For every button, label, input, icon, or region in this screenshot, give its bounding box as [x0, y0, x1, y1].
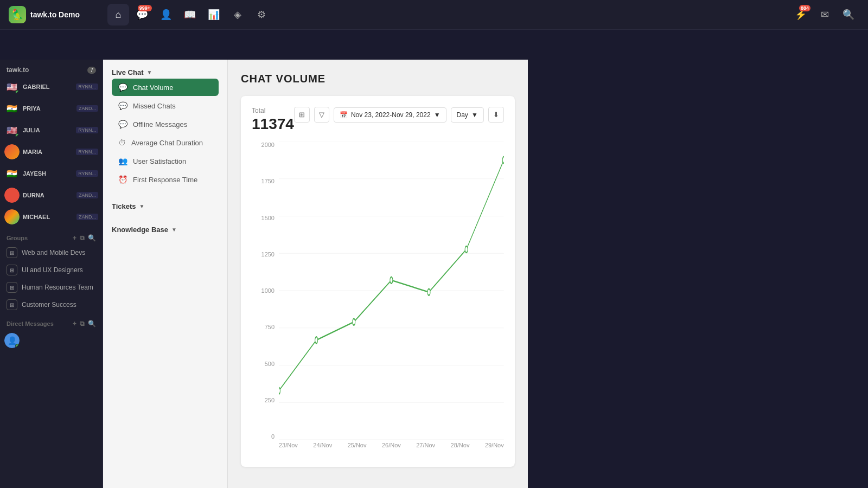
analytics-nav-icon[interactable]: 📊	[203, 4, 225, 25]
dm-user[interactable]: 👤	[0, 330, 103, 351]
group-icon: ⊞	[7, 265, 17, 275]
dot-29nov	[502, 157, 503, 163]
middle-nav: Live Chat ▼ 💬 Chat Volume 💬 Missed Chats…	[103, 60, 228, 488]
contact-priya[interactable]: 🇮🇳 PRIYA ZAND...	[0, 98, 103, 119]
contacts-nav-icon[interactable]: 👤	[155, 4, 177, 25]
group-web-mobile[interactable]: ⊞ Web and Mobile Devs	[0, 244, 103, 261]
nav-user-satisfaction[interactable]: 👥 User Satisfaction	[112, 152, 219, 170]
contact-julia[interactable]: 🇺🇸 JULIA RYNN...	[0, 119, 103, 141]
dm-avatar: 👤	[4, 333, 20, 348]
tickets-title[interactable]: Tickets ▼	[112, 202, 219, 210]
group-icon: ⊞	[7, 282, 17, 293]
tickets-chevron-icon: ▼	[139, 203, 145, 209]
sidebar-title: tawk.to	[7, 66, 29, 74]
contact-durna[interactable]: DURNA ZAND...	[0, 184, 103, 206]
date-chevron-icon: ▼	[434, 111, 441, 119]
contact-michael[interactable]: MICHAEL ZAND...	[0, 206, 103, 228]
grid-view-button[interactable]: ⊞	[294, 107, 310, 123]
app-name: tawk.to Demo	[30, 10, 80, 19]
dot-27nov	[427, 289, 430, 296]
avatar-gabriel: 🇺🇸	[4, 79, 20, 94]
chart-controls: ⊞ ▽ 📅 Nov 23, 2022-Nov 29, 2022 ▼ Day ▼ …	[294, 107, 504, 123]
message-icon[interactable]: ✉	[814, 4, 835, 25]
nav-first-response[interactable]: ⏰ First Response Time	[112, 171, 219, 188]
live-chat-title[interactable]: Live Chat ▼	[112, 68, 219, 76]
chat-volume-icon: 💬	[118, 83, 127, 92]
chart-header: Total 11374 ⊞ ▽ 📅 Nov 23, 2022-Nov 29, 2…	[252, 107, 504, 133]
topbar-nav: ⌂ 💬999+ 👤 📖 📊 ◈ ⚙	[103, 4, 790, 25]
chart-polyline	[279, 160, 504, 391]
sidebar-header: tawk.to 7	[0, 60, 103, 76]
contact-gabriel[interactable]: 🇺🇸 GABRIEL RYNN...	[0, 76, 103, 98]
group-icon: ⊞	[7, 299, 17, 310]
first-response-icon: ⏰	[118, 175, 127, 184]
calendar-icon: 📅	[340, 111, 348, 119]
group-icon: ⊞	[7, 247, 17, 258]
dot-23nov	[279, 388, 280, 394]
chart-svg	[279, 142, 504, 440]
group-ui-ux[interactable]: ⊞ UI and UX Designers	[0, 261, 103, 279]
period-chevron-icon: ▼	[471, 111, 478, 119]
avatar-durna	[4, 188, 20, 203]
live-chat-section: Live Chat ▼ 💬 Chat Volume 💬 Missed Chats…	[103, 60, 227, 194]
search-group-icon[interactable]: 🔍	[88, 234, 96, 242]
add-group-icon[interactable]: +	[73, 234, 76, 242]
filter-button[interactable]: ▽	[314, 107, 329, 123]
search-icon[interactable]: 🔍	[838, 4, 859, 25]
book-nav-icon[interactable]: 📖	[179, 4, 201, 25]
widget-nav-icon[interactable]: ◈	[227, 4, 248, 25]
contact-maria[interactable]: MARIA RYNN...	[0, 141, 103, 163]
nav-offline-messages[interactable]: 💬 Offline Messages	[112, 115, 219, 133]
copy-dm-icon[interactable]: ⧉	[80, 320, 85, 328]
topbar-right: ⚡884 ✉ 🔍	[790, 4, 868, 25]
user-satisfaction-icon: 👥	[118, 157, 127, 165]
chevron-down-icon: ▼	[147, 69, 152, 75]
group-cs[interactable]: ⊞ Customer Success	[0, 296, 103, 313]
x-axis: 23/Nov 24/Nov 25/Nov 26/Nov 27/Nov 28/No…	[279, 440, 504, 456]
dot-28nov	[465, 246, 468, 253]
nav-chat-volume[interactable]: 💬 Chat Volume	[112, 79, 219, 96]
download-button[interactable]: ⬇	[488, 107, 504, 123]
dm-section-label: Direct Messages + ⧉ 🔍	[0, 313, 103, 330]
lightning-icon[interactable]: ⚡884	[790, 4, 812, 25]
kb-chevron-icon: ▼	[171, 227, 177, 233]
settings-nav-icon[interactable]: ⚙	[251, 4, 272, 25]
chat-nav-icon[interactable]: 💬999+	[131, 4, 153, 25]
chart-total: Total 11374	[252, 107, 294, 133]
y-axis: 2000 1750 1500 1250 1000 750 500 250 0	[252, 142, 279, 440]
knowledge-base-section: Knowledge Base ▼	[103, 217, 227, 240]
chart-card: Total 11374 ⊞ ▽ 📅 Nov 23, 2022-Nov 29, 2…	[241, 96, 515, 467]
alert-badge: 884	[799, 5, 810, 11]
page-title: CHAT VOLUME	[241, 73, 515, 85]
contacts-list: 🇺🇸 GABRIEL RYNN... 🇮🇳 PRIYA ZAND... 🇺🇸	[0, 76, 103, 228]
dot-26nov	[390, 277, 393, 284]
copy-group-icon[interactable]: ⧉	[80, 234, 85, 242]
group-hr[interactable]: ⊞ Human Resources Team	[0, 279, 103, 296]
add-dm-icon[interactable]: +	[73, 320, 76, 328]
knowledge-base-title[interactable]: Knowledge Base ▼	[112, 226, 219, 234]
dot-24nov	[315, 337, 318, 343]
logo-icon: 🦜	[9, 6, 26, 23]
search-dm-icon[interactable]: 🔍	[88, 320, 96, 328]
contact-jayesh[interactable]: 🇮🇳 JAYESH RYNN...	[0, 163, 103, 184]
tickets-section: Tickets ▼	[103, 194, 227, 217]
avg-duration-icon: ⏱	[118, 138, 126, 147]
dot-25nov	[353, 319, 355, 325]
avatar-michael	[4, 209, 20, 224]
groups-section-label: Groups + ⧉ 🔍	[0, 228, 103, 244]
chart-area: 2000 1750 1500 1250 1000 750 500 250 0	[252, 142, 504, 456]
nav-avg-duration[interactable]: ⏱ Average Chat Duration	[112, 134, 219, 151]
topbar: 🦜 tawk.to Demo ⌂ 💬999+ 👤 📖 📊 ◈ ⚙ ⚡884 ✉ …	[0, 0, 868, 30]
offline-messages-icon: 💬	[118, 120, 127, 129]
period-selector[interactable]: Day ▼	[451, 107, 484, 123]
avatar-jayesh: 🇮🇳	[4, 166, 20, 181]
missed-chats-icon: 💬	[118, 101, 127, 110]
avatar-priya: 🇮🇳	[4, 101, 20, 116]
date-range-picker[interactable]: 📅 Nov 23, 2022-Nov 29, 2022 ▼	[334, 107, 446, 123]
brand: 🦜 tawk.to Demo	[0, 6, 103, 23]
main-content: CHAT VOLUME Total 11374 ⊞ ▽ 📅 Nov 23, 20…	[228, 60, 528, 488]
avatar-maria	[4, 144, 20, 159]
home-nav-icon[interactable]: ⌂	[107, 4, 129, 25]
nav-missed-chats[interactable]: 💬 Missed Chats	[112, 97, 219, 114]
sidebar: tawk.to 7 🇺🇸 GABRIEL RYNN... 🇮🇳 PRIYA ZA…	[0, 60, 103, 488]
